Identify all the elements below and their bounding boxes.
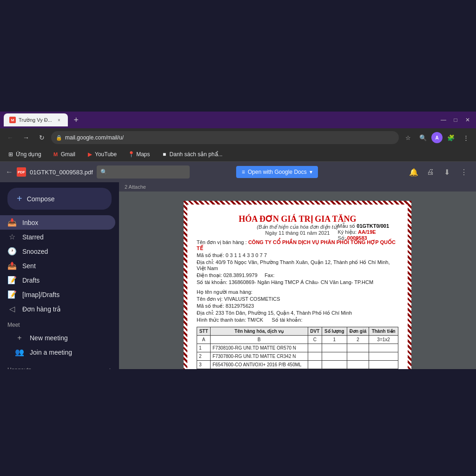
row3-ten: F6547600-CO ANTI/OXI+ 2016 P/B 450ML bbox=[211, 361, 308, 369]
pdf-back-button[interactable]: ← bbox=[6, 168, 13, 176]
refresh-button[interactable]: ↻ bbox=[35, 131, 48, 144]
minimize-button[interactable]: — bbox=[439, 115, 448, 125]
open-with-google-docs-button[interactable]: ≡ Open with Google Docs ▾ bbox=[236, 166, 318, 178]
buyer-address-label: Địa chỉ: bbox=[197, 310, 214, 316]
hangouts-title: Hangouts + bbox=[7, 367, 112, 369]
sidebar-item-imap-drafts[interactable]: 📝 [Imap]/Drafts bbox=[0, 287, 115, 302]
extensions-button[interactable]: 🧩 bbox=[444, 131, 457, 144]
sidebar: + Compose 📥 Inbox ☆ Starred 🕐 Snoozed 📤 … bbox=[0, 182, 119, 369]
buyer-don-vi-label: Tên đơn vị: bbox=[197, 296, 223, 302]
sidebar-item-starred[interactable]: ☆ Starred bbox=[0, 230, 115, 244]
pdf-content[interactable]: HÓA ĐƠN GIÁ TRỊ GIA TĂNG (Bản thể hiện c… bbox=[119, 192, 476, 369]
bookmark-gmail[interactable]: M Gmail bbox=[49, 150, 79, 159]
buyer-don-vi-field: Tên đơn vị: VIVALUST COSMETICS bbox=[197, 296, 398, 302]
bookmark-danh-sach-label: Danh sách sản phẩ... bbox=[170, 151, 223, 158]
row3-thanh-tien bbox=[369, 361, 398, 369]
sidebar-item-snoozed[interactable]: 🕐 Snoozed bbox=[0, 244, 115, 258]
tab-favicon: M bbox=[9, 117, 16, 123]
starred-icon: ☆ bbox=[7, 232, 17, 241]
buyer-payment-value: TM/CK bbox=[247, 317, 263, 323]
buyer-payment-label: Hình thức thanh toán: bbox=[197, 317, 246, 323]
don-hang-tra-icon: ◁ bbox=[7, 304, 17, 313]
mau-so-label: Mẫu số bbox=[337, 223, 355, 229]
invoice-title: HÓA ĐƠN GIÁ TRỊ GIA TĂNG bbox=[197, 214, 398, 224]
bookmark-star-button[interactable]: ☆ bbox=[402, 131, 415, 144]
pdf-notification-icon[interactable]: 🔔 bbox=[407, 165, 420, 178]
pdf-download-icon[interactable]: ⬇ bbox=[441, 165, 454, 178]
buyer-mst-value: 8312975623 bbox=[225, 303, 254, 309]
sidebar-drafts-label: Drafts bbox=[22, 277, 40, 284]
maximize-button[interactable]: □ bbox=[451, 115, 460, 125]
row1-stt: 1 bbox=[197, 344, 211, 352]
pdf-more-menu-icon[interactable]: ⋮ bbox=[457, 165, 470, 178]
so-value: 0009583 bbox=[347, 235, 367, 241]
empty-ten bbox=[211, 369, 308, 370]
seller-phone-field: Điện thoại: 028.3891.9979 Fax: bbox=[197, 272, 398, 278]
compose-label: Compose bbox=[27, 195, 55, 203]
active-tab[interactable]: M Trường Vy Đ... × bbox=[4, 113, 68, 126]
row2-ten: F7307800-RG UNI.TD MATTE CR342 N bbox=[211, 352, 308, 361]
seller-mst-label: Mã số thuế: bbox=[197, 252, 224, 258]
profile-icon[interactable]: A bbox=[431, 132, 443, 143]
open-with-dropdown-icon[interactable]: ▾ bbox=[310, 169, 312, 175]
row3-dvt bbox=[308, 361, 322, 369]
sidebar-item-sent[interactable]: 📤 Sent bbox=[0, 258, 115, 273]
invoice-so: Số: 0009583 bbox=[337, 235, 389, 241]
bookmark-apps[interactable]: ⊞ Ứng dụng bbox=[4, 150, 45, 159]
table-header-row: STT Tên hàng hóa, dịch vụ DVT Số lượng Đ… bbox=[197, 327, 398, 336]
pdf-toolbar: ← PDF 01GTKT0_0009583.pdf 🔍 ≡ Open with … bbox=[0, 162, 476, 182]
bookmark-youtube[interactable]: ▶ YouTube bbox=[83, 150, 120, 159]
address-bar[interactable]: 🔒 mail.google.com/mail/u/ bbox=[51, 131, 399, 144]
lens-button[interactable]: 🔍 bbox=[416, 131, 430, 144]
empty-tt bbox=[369, 369, 398, 370]
seller-account-field: Số tài khoản: 136860869- Ngân Hàng TMCP … bbox=[197, 279, 398, 285]
imap-drafts-icon: 📝 bbox=[7, 290, 17, 299]
table-header-thanh-tien: Thành tiền bbox=[369, 327, 398, 336]
sidebar-starred-label: Starred bbox=[22, 233, 44, 241]
nav-bar: ← → ↻ 🔒 mail.google.com/mail/u/ ☆ 🔍 A 🧩 … bbox=[0, 128, 476, 147]
seller-account-label: Số tài khoản: bbox=[197, 279, 227, 285]
pdf-search-bar[interactable]: 🔍 bbox=[97, 165, 190, 178]
close-button[interactable]: ✕ bbox=[463, 115, 472, 125]
pdf-right-icons: 🔔 🖨 ⬇ ⋮ bbox=[407, 165, 470, 178]
row1-don-gia bbox=[347, 344, 369, 352]
sidebar-item-join-meeting[interactable]: 👥 Join a meeting bbox=[7, 345, 108, 359]
hangouts-section: Hangouts + V Vivalust - No recent chats … bbox=[0, 367, 119, 369]
pdf-file-icon: PDF bbox=[17, 167, 26, 177]
ky-hieu-label: Ký hiệu: bbox=[337, 229, 357, 235]
maps-icon: 📍 bbox=[128, 151, 134, 158]
hangouts-add-icon[interactable]: + bbox=[108, 367, 112, 369]
forward-button[interactable]: → bbox=[20, 131, 33, 144]
pdf-print-icon[interactable]: 🖨 bbox=[424, 165, 437, 178]
empty-dg bbox=[347, 369, 369, 370]
sidebar-item-new-meeting[interactable]: + New meeting bbox=[7, 331, 108, 345]
mau-so-value: 01GTKT0/001 bbox=[357, 223, 389, 229]
sidebar-item-don-hang-tra[interactable]: ◁ Đơn hàng trả bbox=[0, 302, 115, 316]
back-button[interactable]: ← bbox=[4, 131, 17, 144]
main-area: + Compose 📥 Inbox ☆ Starred 🕐 Snoozed 📤 … bbox=[0, 182, 476, 369]
bookmark-apps-label: Ứng dụng bbox=[16, 151, 41, 158]
seller-address-value: 40/9 Tô Ngọc Vân, Phường Thanh Xuân, Quậ… bbox=[197, 259, 390, 271]
table-sub-b: B bbox=[211, 336, 308, 344]
table-header-don-gia: Đơn giá bbox=[347, 327, 369, 336]
sidebar-item-drafts[interactable]: 📝 Drafts bbox=[0, 273, 115, 287]
compose-plus-icon: + bbox=[17, 193, 22, 204]
compose-button[interactable]: + Compose bbox=[7, 188, 112, 210]
meet-section: Meet + New meeting 👥 Join a meeting bbox=[0, 320, 119, 361]
danh-sach-icon: ■ bbox=[161, 151, 168, 158]
table-subheader-row: A B C 1 2 3=1x2 bbox=[197, 336, 398, 344]
menu-button[interactable]: ⋮ bbox=[459, 131, 472, 144]
address-text: mail.google.com/mail/u/ bbox=[65, 134, 124, 141]
lock-icon: 🔒 bbox=[56, 135, 62, 141]
tab-close-btn[interactable]: × bbox=[56, 117, 62, 123]
bookmark-maps[interactable]: 📍 Maps bbox=[124, 150, 153, 159]
buyer-payment-field: Hình thức thanh toán: TM/CK Số tài khoản… bbox=[197, 317, 398, 323]
pdf-search-icon: 🔍 bbox=[100, 169, 107, 175]
new-tab-button[interactable]: + bbox=[70, 113, 83, 126]
table-row: 2 F7307800-RG UNI.TD MATTE CR342 N bbox=[197, 352, 398, 361]
seller-address-field: Địa chỉ: 40/9 Tô Ngọc Vân, Phường Thanh … bbox=[197, 259, 398, 271]
sidebar-item-inbox[interactable]: 📥 Inbox bbox=[0, 215, 115, 230]
bookmark-danh-sach[interactable]: ■ Danh sách sản phẩ... bbox=[158, 150, 226, 159]
tab-area: M Trường Vy Đ... × + bbox=[4, 113, 435, 126]
row1-so-luong bbox=[322, 344, 347, 352]
